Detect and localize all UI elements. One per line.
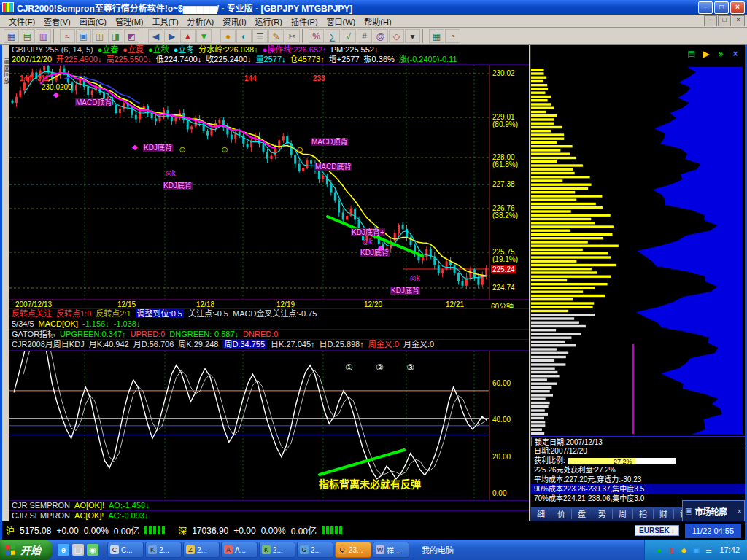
market-profile-window[interactable]: ▣ 市场轮廓 × [682, 500, 745, 521]
date-axis-label: 12/19 [276, 300, 295, 308]
stats-icon[interactable]: ∑ [325, 29, 340, 43]
menu-item[interactable]: 窗口(W) [322, 15, 360, 28]
trend-line-icon[interactable]: ≈ [60, 29, 75, 43]
dropdown-icon[interactable]: ▾ [405, 29, 420, 43]
close-panel-icon[interactable]: × [729, 49, 741, 59]
up-icon[interactable]: ▲ [180, 29, 196, 43]
maximize-button[interactable]: □ [714, 1, 729, 14]
menu-item[interactable]: 文件(F) [4, 15, 39, 28]
taskbar-task-button[interactable]: K2... [145, 542, 182, 558]
data-tab-财[interactable]: 财 [654, 509, 674, 519]
taskbar-task-button[interactable]: CC... [107, 542, 144, 558]
left-replay-strip[interactable]: 画面回放 [2, 45, 9, 521]
menu-item[interactable]: 插件(P) [287, 15, 322, 28]
menu-item[interactable]: 分析(A) [183, 15, 219, 28]
grid-icon[interactable]: # [357, 29, 372, 43]
show-desktop-icon[interactable]: ▢ [72, 544, 84, 556]
divergence-label: KDJ底背 [360, 249, 390, 257]
layout-icon[interactable]: ▦ [4, 29, 19, 43]
text-segment: ●操作线:226.652↑ [263, 45, 327, 54]
oscillator-axis-label: 60.00 [492, 380, 511, 387]
report-icon[interactable]: ▣ [76, 29, 91, 43]
profile-settings-icon[interactable]: ▤ [686, 49, 697, 59]
signal-marker-icon: ◆ [132, 144, 138, 151]
cut-icon[interactable]: ✂ [285, 29, 300, 43]
left-panel-icon[interactable]: ◩ [124, 29, 139, 43]
quote-board-icon[interactable]: ▤ [20, 29, 35, 43]
eursek-button[interactable]: EURSEK ↓ [635, 525, 679, 536]
menu-item[interactable]: 帮助(H) [360, 15, 395, 28]
profit-stat-label: 90%成本223.26-239.37,集中度3.5 [534, 485, 644, 493]
zoom-out-icon[interactable]: ◀ [148, 29, 163, 43]
data-tab-势[interactable]: 势 [592, 509, 613, 519]
menu-item[interactable]: 运行(R) [251, 15, 287, 28]
diamond-tool-icon[interactable]: ◇ [389, 29, 404, 43]
volume-tray-icon[interactable]: ☰ [703, 546, 713, 554]
menu-item[interactable]: 资讯(I) [218, 15, 250, 28]
data-tab-细[interactable]: 细 [531, 509, 551, 519]
fast-forward-icon[interactable]: » [715, 49, 727, 59]
percent-icon[interactable]: % [309, 29, 324, 43]
antivirus-tray-icon[interactable]: ● [654, 546, 664, 554]
text-segment: 增+2577 [329, 55, 360, 63]
monitor-tray-icon[interactable]: ▮ [666, 546, 676, 554]
app-datetime: 11/22 04:55 [685, 524, 741, 538]
taskbar-task-button[interactable]: Z2... [183, 542, 220, 558]
mdi-restore-button[interactable]: □ [718, 15, 731, 26]
taskbar-task-button[interactable]: Q23... [335, 542, 371, 558]
text-segment: AO:-1.458↓ [109, 501, 150, 510]
zoom-in-icon[interactable]: ▶ [164, 29, 179, 43]
text-segment: 关注点:-0.5 [188, 309, 228, 318]
down-icon[interactable]: ▼ [196, 29, 212, 43]
text-segment: 月金叉:0 [403, 340, 434, 349]
ime-tray-icon[interactable]: ◆ [678, 546, 689, 554]
taskbar-task-button[interactable]: K2... [259, 542, 295, 558]
menu-item[interactable]: 工具(T) [148, 15, 183, 28]
close-button[interactable]: × [730, 1, 745, 14]
taskbar-task-button[interactable]: W祥... [373, 542, 409, 558]
data-tab-指[interactable]: 指 [633, 509, 654, 519]
oscillator-panel[interactable]: ① ② ③ 指标背离未必就有反弹 60.0040.0020.000.00 [9, 350, 529, 500]
taskbar-task-button[interactable]: G2... [297, 542, 333, 558]
matrix-icon[interactable]: ▦ [429, 29, 444, 43]
period-icon[interactable]: ● [220, 29, 236, 43]
signal-row-ao: CJR SEMPRONAO[OK]!AO:-1.458↓ [9, 500, 529, 510]
list-icon[interactable]: ☰ [252, 29, 268, 43]
text-segment: CJR SEMPRON [12, 501, 70, 510]
taskbar-task-button[interactable]: AA... [221, 542, 258, 558]
start-button[interactable]: 开始 [0, 540, 53, 560]
profit-stat-label: 70%成本224.21-238.06,集中度3.0 [534, 494, 644, 502]
split-window-icon[interactable]: ◫ [92, 29, 107, 43]
minimize-button[interactable]: − [698, 1, 713, 14]
clock-icon[interactable]: ◔ [445, 29, 460, 43]
menu-item[interactable]: 画面(C) [75, 15, 111, 28]
market-profile-icon: ▣ [685, 506, 692, 516]
divergence-note: 指标背离未必就有反弹 [319, 476, 421, 491]
market-profile-close-icon[interactable]: × [738, 507, 742, 516]
link-icon[interactable]: @ [373, 29, 388, 43]
right-panel-icon[interactable]: ◨ [108, 29, 123, 43]
draw-icon[interactable]: ✎ [268, 29, 284, 43]
index-value: 深 [178, 524, 187, 537]
main-candle-chart[interactable]: 144311144233230.0200MACD顶背◆◆KDJ底背◎kKDJ底背… [9, 64, 529, 299]
network-tray-icon[interactable]: ▣ [691, 546, 701, 554]
text-segment: 周金叉:0 [368, 340, 399, 349]
theme-icon[interactable]: ◐ [236, 29, 252, 43]
ie-icon[interactable]: e [58, 544, 69, 556]
data-tab-周[interactable]: 周 [613, 509, 633, 519]
text-segment: 振0.36% [364, 55, 395, 63]
mdi-minimize-button[interactable]: − [704, 15, 717, 26]
formula-icon[interactable]: √ [341, 29, 356, 43]
data-tab-盘[interactable]: 盘 [572, 509, 592, 519]
menu-item[interactable]: 查看(V) [39, 15, 75, 28]
menu-item[interactable]: 管理(M) [111, 15, 148, 28]
flag-icon[interactable]: ▶ [700, 49, 712, 59]
taskbar-toolbar-my-computer[interactable]: 我的电脑 [414, 542, 461, 557]
media-player-icon[interactable]: ◉ [87, 544, 98, 556]
data-tab-价[interactable]: 价 [551, 509, 572, 519]
text-segment: 反转点2:1 [96, 309, 131, 318]
text-segment: 5/34/5 [12, 319, 34, 328]
mdi-close-button[interactable]: × [732, 15, 745, 26]
text-segment: PM:225.552↓ [331, 45, 379, 54]
kline-chart-icon[interactable]: ▥ [36, 29, 51, 43]
